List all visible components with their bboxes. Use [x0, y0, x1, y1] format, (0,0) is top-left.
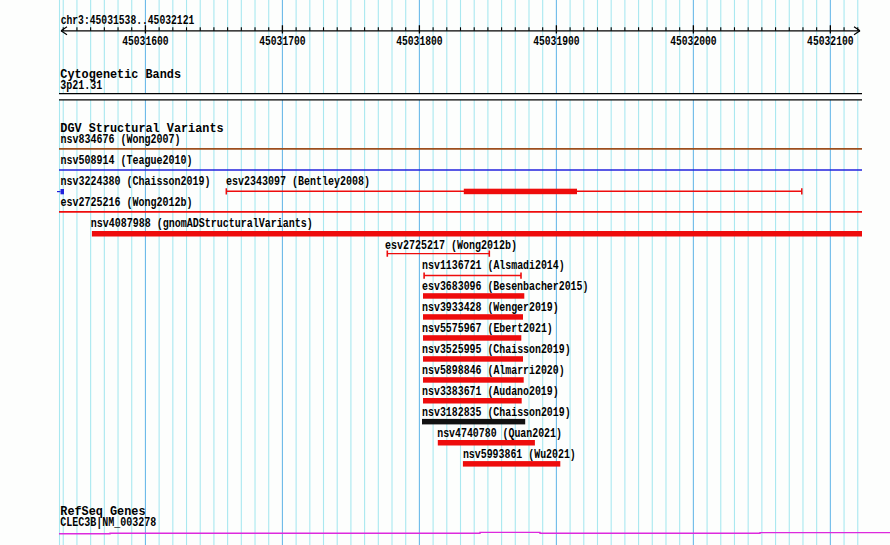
svg-text:CLEC3B|NM_003278: CLEC3B|NM_003278 — [60, 516, 156, 530]
svg-text:esv3683096 (Besenbacher2015): esv3683096 (Besenbacher2015) — [422, 280, 588, 294]
svg-text:45031800: 45031800 — [396, 35, 443, 49]
svg-text:nsv3525995 (Chaisson2019): nsv3525995 (Chaisson2019) — [422, 343, 570, 357]
svg-text:nsv5898846 (Almarri2020): nsv5898846 (Almarri2020) — [422, 364, 565, 378]
svg-text:nsv3383671 (Audano2019): nsv3383671 (Audano2019) — [422, 385, 559, 399]
svg-text:nsv3933428 (Wenger2019): nsv3933428 (Wenger2019) — [422, 301, 559, 315]
svg-text:nsv5575967 (Ebert2021): nsv5575967 (Ebert2021) — [422, 322, 553, 336]
svg-text:nsv3224380 (Chaisson2019): nsv3224380 (Chaisson2019) — [61, 175, 211, 189]
svg-text:esv2343097 (Bentley2008): esv2343097 (Bentley2008) — [226, 175, 370, 189]
svg-text:nsv4740780 (Quan2021): nsv4740780 (Quan2021) — [437, 427, 562, 441]
svg-text:45032000: 45032000 — [670, 35, 717, 49]
svg-text:nsv834676 (Wong2007): nsv834676 (Wong2007) — [61, 133, 181, 147]
svg-text:nsv508914 (Teague2010): nsv508914 (Teague2010) — [61, 154, 193, 168]
svg-text:3p21.31: 3p21.31 — [60, 79, 102, 93]
svg-text:esv2725216 (Wong2012b): esv2725216 (Wong2012b) — [61, 196, 193, 210]
svg-text:45031900: 45031900 — [533, 35, 580, 49]
svg-text:45032100: 45032100 — [807, 35, 854, 49]
svg-text:esv2725217 (Wong2012b): esv2725217 (Wong2012b) — [385, 239, 517, 253]
svg-text:chr3:45031538..45032121: chr3:45031538..45032121 — [61, 14, 195, 28]
svg-text:45031600: 45031600 — [122, 35, 169, 49]
svg-text:nsv3182835 (Chaisson2019): nsv3182835 (Chaisson2019) — [422, 406, 570, 420]
svg-text:45031700: 45031700 — [259, 35, 306, 49]
svg-text:nsv1136721 (Alsmadi2014): nsv1136721 (Alsmadi2014) — [422, 259, 565, 273]
svg-text:nsv4087988 (gnomADStructuralVa: nsv4087988 (gnomADStructuralVariants) — [91, 217, 313, 231]
svg-text:nsv5993861 (Wu2021): nsv5993861 (Wu2021) — [463, 448, 576, 462]
